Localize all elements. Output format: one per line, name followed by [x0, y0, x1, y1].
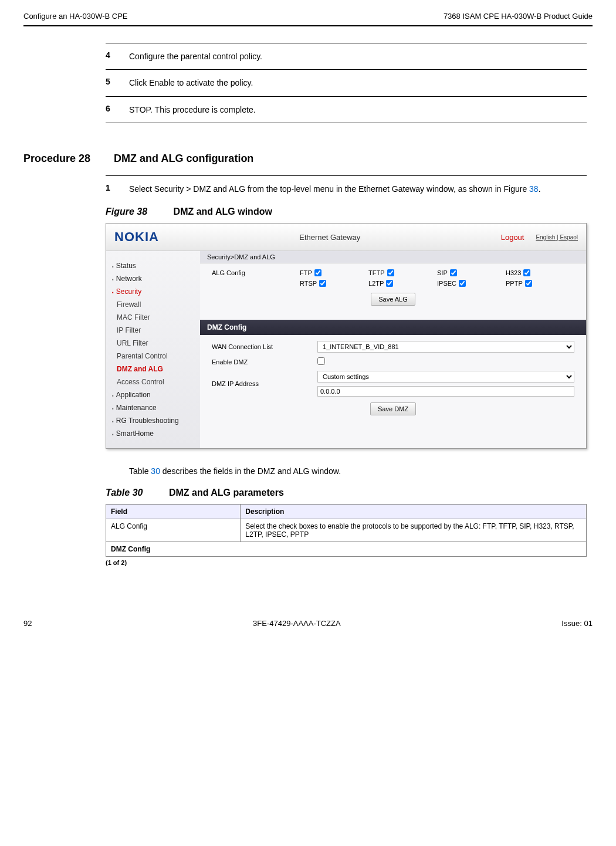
sidebar-item-mac-filter[interactable]: MAC Filter — [106, 311, 200, 324]
sidebar-item-application[interactable]: Application — [106, 388, 200, 401]
label-l2tp: L2TP — [368, 280, 384, 287]
issue: Issue: 01 — [561, 619, 593, 628]
text: describes the fields in the DMZ and ALG … — [160, 466, 341, 476]
table-intro: Table 30 describes the fields in the DMZ… — [129, 466, 587, 476]
text: Select Security > DMZ and ALG from the t… — [129, 184, 529, 194]
sidebar-item-network[interactable]: Network — [106, 272, 200, 285]
wan-label: WAN Connection List — [212, 343, 317, 350]
table-row: DMZ Config — [106, 542, 587, 557]
checkbox-sip[interactable] — [450, 269, 457, 276]
label-ipsec: IPSEC — [437, 280, 456, 287]
cell-field: ALG Config — [106, 519, 241, 542]
procedure-title: DMZ and ALG configuration — [114, 153, 253, 165]
step-num: 5 — [106, 77, 129, 89]
step-5: 5 Click Enable to activate the policy. — [106, 73, 587, 92]
save-alg-button[interactable]: Save ALG — [371, 293, 415, 306]
figure-label: Figure 38 — [106, 207, 147, 216]
sidebar-item-ip-filter[interactable]: IP Filter — [106, 324, 200, 337]
sidebar-item-rg[interactable]: RG Troubleshooting — [106, 414, 200, 427]
th-description: Description — [241, 505, 587, 519]
step-1: 1 Select Security > DMZ and ALG from the… — [106, 180, 587, 198]
step-num: 1 — [106, 183, 129, 195]
wan-select[interactable]: 1_INTERNET_B_VID_881 — [317, 341, 574, 353]
app-title: Ethernet Gateway — [159, 233, 501, 242]
label-pptp: PPTP — [506, 280, 523, 287]
label-rtsp: RTSP — [300, 280, 317, 287]
alg-heading: ALG Config — [212, 269, 300, 276]
dmz-ip-input[interactable] — [317, 386, 574, 397]
table-link[interactable]: 30 — [151, 466, 160, 476]
table-label: Table 30 — [106, 488, 143, 498]
procedure-label: Procedure 28 — [23, 153, 90, 165]
sidebar-item-firewall[interactable]: Firewall — [106, 298, 200, 311]
label-tftp: TFTP — [368, 269, 385, 276]
page-number: 92 — [23, 619, 32, 628]
breadcrumb: Security>DMZ and ALG — [200, 251, 586, 263]
text: Table — [129, 466, 151, 476]
table-pager: (1 of 2) — [106, 559, 587, 566]
cell-span: DMZ Config — [106, 542, 587, 557]
checkbox-tftp[interactable] — [387, 269, 394, 276]
step-6: 6 STOP. This procedure is complete. — [106, 100, 587, 119]
rule — [106, 69, 587, 70]
sidebar-item-access[interactable]: Access Control — [106, 375, 200, 388]
sidebar-item-status[interactable]: Status — [106, 259, 200, 272]
step-text: Click Enable to activate the policy. — [129, 77, 587, 89]
step-num: 6 — [106, 104, 129, 116]
checkbox-rtsp[interactable] — [319, 280, 326, 287]
step-num: 4 — [106, 50, 129, 62]
dmz-ip-select[interactable]: Custom settings — [317, 371, 574, 383]
checkbox-ipsec[interactable] — [459, 280, 466, 287]
rule — [106, 43, 587, 43]
label-ftp: FTP — [300, 269, 312, 276]
dmz-ip-label: DMZ IP Address — [212, 380, 317, 387]
header-rule — [23, 25, 593, 26]
cell-desc: Select the check boxes to enable the pro… — [241, 519, 587, 542]
lang-english[interactable]: English — [536, 234, 555, 241]
rule — [106, 123, 587, 123]
rule — [106, 96, 587, 97]
sidebar-item-smarthome[interactable]: SmartHome — [106, 427, 200, 440]
sidebar-item-dmz-alg[interactable]: DMZ and ALG — [106, 363, 200, 375]
table-title: DMZ and ALG parameters — [169, 488, 284, 498]
lang-espanol[interactable]: Espaol — [560, 234, 578, 241]
enable-dmz-checkbox[interactable] — [317, 357, 325, 365]
th-field: Field — [106, 505, 241, 519]
save-dmz-button[interactable]: Save DMZ — [370, 402, 416, 415]
screenshot-figure: NOKIA Ethernet Gateway Logout English | … — [106, 223, 587, 449]
label-h323: H323 — [506, 269, 521, 276]
checkbox-h323[interactable] — [523, 269, 530, 276]
enable-dmz-label: Enable DMZ — [212, 358, 317, 366]
figure-link[interactable]: 38 — [529, 184, 539, 194]
param-table: Field Description ALG Config Select the … — [106, 504, 587, 557]
sidebar-item-maintenance[interactable]: Maintenance — [106, 401, 200, 414]
sidebar: Status Network Security Firewall MAC Fil… — [106, 251, 200, 448]
step-text: STOP. This procedure is complete. — [129, 104, 587, 116]
sidebar-item-parental[interactable]: Parental Control — [106, 350, 200, 363]
rule — [106, 175, 587, 176]
header-left: Configure an HA-030W-B CPE — [23, 12, 128, 21]
sidebar-item-security[interactable]: Security — [106, 285, 200, 298]
checkbox-pptp[interactable] — [525, 280, 532, 287]
logo: NOKIA — [114, 229, 159, 245]
header-right: 7368 ISAM CPE HA-030W-B Product Guide — [444, 12, 593, 21]
step-4: 4 Configure the parental control policy. — [106, 47, 587, 66]
step-text: Configure the parental control policy. — [129, 50, 587, 62]
checkbox-ftp[interactable] — [314, 269, 321, 276]
logout-link[interactable]: Logout — [501, 233, 524, 242]
table-row: ALG Config Select the check boxes to ena… — [106, 519, 587, 542]
dmz-section-bar: DMZ Config — [200, 320, 586, 335]
label-sip: SIP — [437, 269, 448, 276]
text: . — [539, 184, 541, 194]
sidebar-item-url-filter[interactable]: URL Filter — [106, 337, 200, 350]
checkbox-l2tp[interactable] — [386, 280, 393, 287]
figure-title: DMZ and ALG window — [174, 207, 272, 216]
doc-id: 3FE-47429-AAAA-TCZZA — [253, 619, 341, 628]
step-text: Select Security > DMZ and ALG from the t… — [129, 183, 587, 195]
